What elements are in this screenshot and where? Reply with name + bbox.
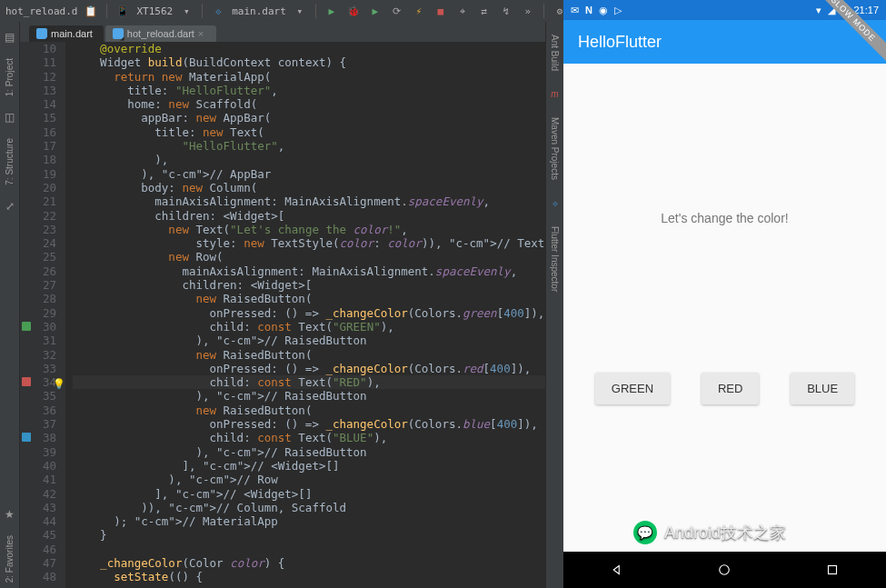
left-tool-panel: ▤ 1: Project ◫ 7: Structure ⤢ ★ 2: Favor…	[0, 22, 20, 588]
back-icon[interactable]	[609, 562, 625, 578]
maven-tab[interactable]: Maven Projects	[547, 112, 562, 185]
blue-button[interactable]: BLUE	[791, 373, 854, 404]
hot-reload-icon[interactable]: ⚡	[411, 3, 427, 19]
paste-icon[interactable]: 📋	[83, 3, 99, 19]
file-tab-label: hot_reload.dart	[127, 28, 194, 39]
app-body: Let's change the color! GREEN RED BLUE	[563, 64, 886, 552]
device-selector[interactable]: XT1562	[136, 5, 173, 17]
file-tab-main[interactable]: main.dart	[29, 25, 104, 42]
separator	[543, 4, 544, 18]
green-button[interactable]: GREEN	[595, 373, 670, 404]
device-icon: 📱	[114, 3, 131, 19]
red-button[interactable]: RED	[702, 373, 759, 404]
right-tool-panel: Ant Build m Maven Projects ⟐ Flutter Ins…	[545, 22, 563, 588]
n-icon: N	[585, 5, 592, 15]
maven-icon: m	[548, 84, 561, 105]
separator	[202, 4, 203, 18]
favorites-tool-icon[interactable]: ★	[2, 503, 17, 526]
dart-file-icon	[36, 28, 47, 39]
profile-icon[interactable]: ▶	[367, 3, 383, 19]
chevron-down-icon[interactable]: ▾	[292, 3, 308, 19]
flutter-inspector-tab[interactable]: Flutter Inspector	[547, 221, 562, 297]
recents-icon[interactable]	[824, 562, 841, 578]
devtools-icon[interactable]: ⇄	[476, 3, 493, 19]
svg-rect-1	[828, 566, 836, 574]
code-editor[interactable]: 1011121314151617181920212223242526272829…	[20, 42, 545, 588]
signal-icon: ◢	[828, 5, 835, 16]
wechat-icon: 💬	[633, 521, 657, 544]
zoom-icon[interactable]: ⤢	[3, 194, 17, 218]
wifi-icon: ▾	[816, 5, 821, 16]
ant-tab[interactable]: Ant Build	[547, 29, 562, 76]
device-preview: ✉ N ◉ ▷ ▾ ◢ ▮ 21:17 SLOW MODE HelloFlutt…	[563, 0, 886, 588]
debug-icon[interactable]: 🐞	[345, 3, 362, 19]
wechat-watermark: 💬 Android技术之家	[633, 521, 786, 544]
app-bar: HelloFlutter	[563, 20, 886, 64]
play-icon: ▷	[614, 5, 622, 16]
close-icon[interactable]: ×	[198, 28, 205, 39]
separator	[106, 4, 107, 18]
project-tool-icon[interactable]: ▤	[2, 25, 17, 49]
flutter-icon: ⟐	[210, 3, 226, 19]
button-row: GREEN RED BLUE	[563, 373, 886, 404]
home-icon[interactable]	[716, 562, 732, 578]
chevron-down-icon[interactable]: ▾	[178, 3, 194, 19]
separator	[315, 4, 316, 18]
notification-icon: ✉	[571, 5, 579, 16]
android-navbar	[563, 552, 886, 588]
svg-point-0	[720, 565, 730, 575]
stop-icon[interactable]: ■	[433, 3, 449, 19]
android-status-bar: ✉ N ◉ ▷ ▾ ◢ ▮ 21:17	[563, 0, 886, 20]
attach-icon[interactable]: ⟳	[389, 3, 405, 19]
app-title: HelloFlutter	[578, 33, 662, 52]
battery-icon: ▮	[841, 5, 847, 16]
observe-icon[interactable]: ↯	[498, 3, 514, 19]
overflow-icon[interactable]: »	[520, 3, 536, 19]
line-gutter: 1011121314151617181920212223242526272829…	[20, 42, 65, 588]
run-icon[interactable]: ▶	[324, 3, 340, 19]
editor-tabs: main.dart hot_reload.dart ×	[20, 22, 545, 42]
file-tab-label: main.dart	[51, 28, 93, 39]
code-area[interactable]: @override Widget build(BuildContext cont…	[65, 42, 545, 588]
file-tab-hotreload[interactable]: hot_reload.dart ×	[105, 25, 216, 42]
flutter-icon: ⟐	[550, 193, 561, 214]
project-tab[interactable]: 1: Project	[2, 53, 17, 102]
watermark-text: Android技术之家	[664, 522, 786, 543]
breadcrumb: hot_reload.d	[5, 5, 77, 17]
clock-icon: ◉	[599, 5, 608, 16]
structure-tool-icon[interactable]: ◫	[2, 105, 17, 129]
tagline-text: Let's change the color!	[661, 211, 788, 225]
status-time: 21:17	[853, 5, 879, 15]
run-config-selector[interactable]: main.dart	[232, 5, 286, 17]
structure-tab[interactable]: 7: Structure	[2, 133, 17, 191]
favorites-tab[interactable]: 2: Favorites	[2, 530, 17, 588]
inspect-icon[interactable]: ⌖	[454, 3, 471, 19]
dart-file-icon	[113, 28, 124, 39]
